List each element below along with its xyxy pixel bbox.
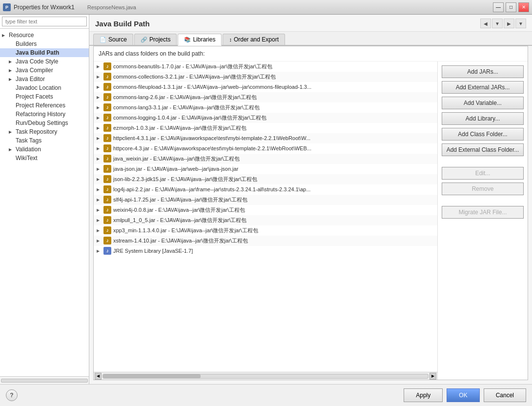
jar-arrow-jar8: ▶ — [97, 136, 102, 141]
jar-item-jar17[interactable]: ▶Jxpp3_min-1.1.3.4.0.jar - E:\JAVA\java-… — [94, 225, 437, 236]
tree-arrow-task-repository: ▶ — [9, 130, 14, 134]
jar-item-jar12[interactable]: ▶Jjson-lib-2.2.3-jdk15.jar - E:\JAVA\jav… — [94, 174, 437, 184]
jar-icon: J — [103, 103, 111, 111]
sidebar-label-wiki-text: WikiText — [16, 155, 38, 162]
cancel-button[interactable]: Cancel — [484, 388, 526, 402]
button-separator-6 — [442, 159, 524, 164]
jar-item-jar16[interactable]: ▶Jxmlpull_1_0_5.jar - E:\JAVA\java--jar\… — [94, 215, 437, 225]
jar-arrow-jar7: ▶ — [97, 126, 102, 130]
jar-text-jar8: httpclient-4.3.1.jar - E:\JAVA\javaworks… — [113, 135, 310, 141]
jar-item-jar14[interactable]: ▶Jslf4j-api-1.7.25.jar - E:\JAVA\java--j… — [94, 195, 437, 205]
nav-forward-button[interactable]: ▶ — [504, 19, 514, 28]
action-buttons-panel: Add JARs...Add External JARs...Add Varia… — [437, 61, 528, 380]
jar-icon: J — [103, 226, 111, 234]
sidebar-item-run-debug-settings[interactable]: Run/Debug Settings — [0, 119, 89, 127]
tab-icon-projects: 🔗 — [141, 37, 147, 43]
maximize-button[interactable]: □ — [506, 2, 516, 12]
jar-text-jar4: commons-lang-2.6.jar - E:\JAVA\java--jar… — [113, 94, 257, 101]
jar-arrow-jar10: ▶ — [97, 157, 102, 161]
add-class-folder-button[interactable]: Add Class Folder... — [442, 128, 524, 141]
add-external-jars-button[interactable]: Add External JARs... — [442, 81, 524, 94]
jar-item-jre[interactable]: ▶JJRE System Library [JavaSE-1.7] — [94, 246, 437, 256]
sidebar-item-javadoc-location[interactable]: Javadoc Location — [0, 83, 89, 92]
jar-item-jar8[interactable]: ▶Jhttpclient-4.3.1.jar - E:\JAVA\javawor… — [94, 133, 437, 143]
tab-projects[interactable]: 🔗Projects — [134, 34, 177, 45]
jar-icon: J — [103, 134, 111, 142]
jar-item-jar2[interactable]: ▶Jcommons-collections-3.2.1.jar - E:\JAV… — [94, 72, 437, 82]
sidebar-item-project-references[interactable]: Project References — [0, 101, 89, 110]
sidebar-item-java-editor[interactable]: ▶Java Editor — [0, 75, 89, 83]
tab-label-source: Source — [108, 36, 127, 43]
jar-item-jar3[interactable]: ▶Jcommons-fileupload-1.3.1.jar - E:\JAVA… — [94, 82, 437, 92]
jar-text-jar14: slf4j-api-1.7.25.jar - E:\JAVA\java--jar… — [113, 196, 247, 203]
jar-arrow-jre: ▶ — [97, 249, 102, 253]
scroll-left-button[interactable]: ◀ — [95, 373, 102, 380]
jar-item-jar5[interactable]: ▶Jcommons-lang3-3.1.jar - E:\JAVA\java--… — [94, 102, 437, 113]
main-panel: JARs and class folders on the build path… — [93, 46, 528, 380]
jar-arrow-jar3: ▶ — [97, 85, 102, 89]
edit-button[interactable]: Edit... — [442, 167, 524, 180]
window-title: Properties for Wxwork1 — [14, 4, 75, 11]
scrollbar-track[interactable] — [102, 374, 429, 379]
tab-source[interactable]: 📄Source — [93, 34, 133, 45]
sidebar-scrollbar[interactable] — [0, 376, 89, 384]
jar-item-jar9[interactable]: ▶Jhttpcore-4.3.jar - E:\JAVA\javaworkspa… — [94, 143, 437, 154]
jar-item-jar7[interactable]: ▶Jezmorph-1.0.3.jar - E:\JAVA\java--jar\… — [94, 123, 437, 133]
filter-wrapper — [0, 15, 89, 29]
tab-order-and-export[interactable]: ↕Order and Export — [223, 34, 285, 45]
jar-item-jar6[interactable]: ▶Jcommons-logging-1.0.4.jar - E:\JAVA\ja… — [94, 113, 437, 123]
scroll-right-button[interactable]: ▶ — [430, 373, 436, 380]
filter-input[interactable] — [2, 17, 87, 26]
jar-list: ▶Jcommons-beanutils-1.7.0.jar - E:\JAVA\… — [94, 61, 437, 372]
jar-text-jar10: java_weixin.jar - E:\JAVA\java--jar\微信开发… — [113, 155, 240, 162]
sidebar-item-java-code-style[interactable]: ▶Java Code Style — [0, 57, 89, 66]
jar-item-jar4[interactable]: ▶Jcommons-lang-2.6.jar - E:\JAVA\java--j… — [94, 92, 437, 102]
jar-icon: J — [103, 114, 111, 122]
ok-button[interactable]: OK — [447, 388, 479, 402]
add-library-button[interactable]: Add Library... — [442, 112, 524, 125]
sidebar-item-task-tags[interactable]: Task Tags — [0, 136, 89, 145]
app-icon: P — [3, 3, 11, 11]
nav-back-button[interactable]: ◀ — [480, 19, 491, 28]
sidebar-item-task-repository[interactable]: ▶Task Repository — [0, 127, 89, 136]
tab-libraries[interactable]: 📚Libraries — [178, 34, 222, 46]
sidebar-label-task-repository: Task Repository — [16, 128, 57, 135]
jar-icon: J — [103, 155, 111, 162]
jar-icon: J — [103, 206, 111, 214]
sidebar-item-resource[interactable]: ▶Resource — [0, 31, 89, 40]
add-external-class-folder-button[interactable]: Add External Class Folder... — [442, 143, 524, 156]
sidebar-item-wiki-text[interactable]: WikiText — [0, 154, 89, 162]
jar-icon: J — [103, 144, 111, 152]
nav-menu-button[interactable]: ▼ — [515, 19, 526, 28]
tree-arrow-validation: ▶ — [9, 147, 14, 152]
add-jars-button[interactable]: Add JARs... — [442, 65, 524, 78]
migrate-jar-file-button[interactable]: Migrate JAR File... — [442, 206, 524, 219]
sidebar-item-builders[interactable]: Builders — [0, 40, 89, 48]
add-variable-button[interactable]: Add Variable... — [442, 97, 524, 109]
horizontal-scrollbar[interactable]: ◀ ▶ — [94, 372, 437, 380]
minimize-button[interactable]: — — [493, 2, 504, 12]
jar-text-jar1: commons-beanutils-1.7.0.jar - E:\JAVA\ja… — [113, 63, 272, 70]
jar-item-jar18[interactable]: ▶Jxstream-1.4.10.jar - E:\JAVA\java--jar… — [94, 236, 437, 246]
help-button[interactable]: ? — [6, 389, 18, 401]
sidebar-item-validation[interactable]: ▶Validation — [0, 145, 89, 154]
scrollbar-track[interactable] — [1, 379, 88, 383]
close-button[interactable]: ✕ — [518, 2, 529, 12]
jar-item-jar1[interactable]: ▶Jcommons-beanutils-1.7.0.jar - E:\JAVA\… — [94, 61, 437, 72]
jar-item-jar13[interactable]: ▶Jlog4j-api-2.2.jar - E:\JAVA\java--jar\… — [94, 184, 437, 195]
jar-arrow-jar6: ▶ — [97, 116, 102, 120]
sidebar-item-java-build-path[interactable]: Java Build Path — [0, 48, 89, 57]
sidebar-label-project-references: Project References — [16, 102, 65, 109]
sidebar-item-project-facets[interactable]: Project Facets — [0, 92, 89, 101]
sidebar-label-java-editor: Java Editor — [16, 76, 45, 82]
sidebar-item-java-compiler[interactable]: ▶Java Compiler — [0, 66, 89, 75]
jar-item-jar11[interactable]: ▶Jjava-json.jar - E:\JAVA\java--jar\web-… — [94, 164, 437, 174]
scrollbar-thumb[interactable] — [103, 374, 201, 378]
sidebar-item-refactoring-history[interactable]: Refactoring History — [0, 110, 89, 119]
jar-item-jar10[interactable]: ▶Jjava_weixin.jar - E:\JAVA\java--jar\微信… — [94, 154, 437, 164]
nav-dropdown-button[interactable]: ▼ — [492, 19, 503, 28]
remove-button[interactable]: Remove — [442, 183, 524, 195]
jar-item-jar15[interactable]: ▶Jweixin4j-0.0.8.jar - E:\JAVA\java--jar… — [94, 205, 437, 215]
apply-button[interactable]: Apply — [404, 388, 443, 402]
sidebar-label-java-code-style: Java Code Style — [16, 58, 58, 65]
